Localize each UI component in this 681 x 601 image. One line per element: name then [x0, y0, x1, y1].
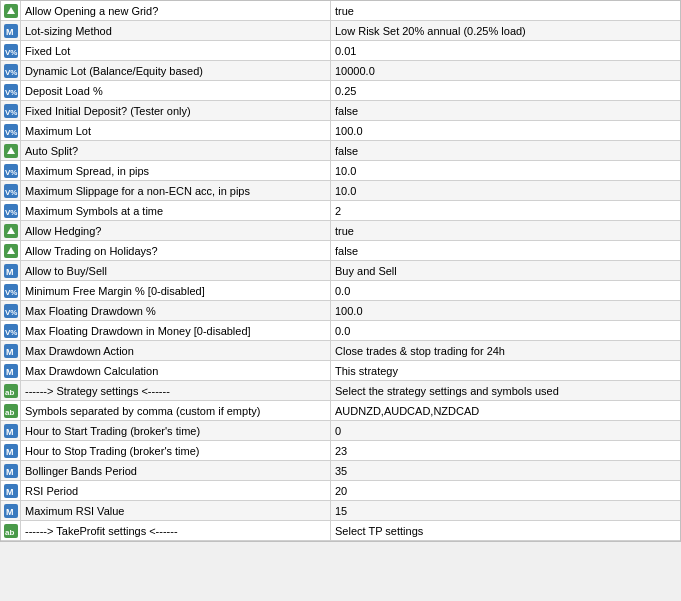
table-row: M Lot-sizing Method Low Risk Set 20% ann…: [1, 21, 680, 41]
row-value: true: [331, 221, 680, 240]
table-row: M Bollinger Bands Period 35: [1, 461, 680, 481]
svg-text:M: M: [6, 367, 14, 377]
row-icon: ab: [1, 521, 21, 540]
row-icon: V%: [1, 41, 21, 60]
table-row: V% Dynamic Lot (Balance/Equity based) 10…: [1, 61, 680, 81]
table-row: V% Fixed Initial Deposit? (Tester only) …: [1, 101, 680, 121]
table-row: Auto Split? false: [1, 141, 680, 161]
row-value: AUDNZD,AUDCAD,NZDCAD: [331, 401, 680, 420]
row-icon: M: [1, 441, 21, 460]
row-icon: M: [1, 461, 21, 480]
row-label: Hour to Start Trading (broker's time): [21, 421, 331, 440]
row-label: Maximum Slippage for a non-ECN acc, in p…: [21, 181, 331, 200]
row-icon: ab: [1, 381, 21, 400]
row-icon: V%: [1, 301, 21, 320]
row-value: 23: [331, 441, 680, 460]
row-label: Allow Trading on Holidays?: [21, 241, 331, 260]
row-label: Maximum Lot: [21, 121, 331, 140]
table-row: M Allow to Buy/Sell Buy and Sell: [1, 261, 680, 281]
row-value: 0.0: [331, 321, 680, 340]
row-label: Auto Split?: [21, 141, 331, 160]
svg-text:M: M: [6, 467, 14, 477]
row-label: ------> TakeProfit settings <------: [21, 521, 331, 540]
row-value: 0.25: [331, 81, 680, 100]
row-label: Fixed Lot: [21, 41, 331, 60]
table-row: ab ------> TakeProfit settings <------ S…: [1, 521, 680, 541]
table-row: M RSI Period 20: [1, 481, 680, 501]
row-label: Maximum Spread, in pips: [21, 161, 331, 180]
table-row: M Hour to Stop Trading (broker's time) 2…: [1, 441, 680, 461]
row-value: 2: [331, 201, 680, 220]
table-row: Allow Opening a new Grid? true: [1, 1, 680, 21]
row-icon: ab: [1, 401, 21, 420]
row-icon: M: [1, 261, 21, 280]
svg-text:ab: ab: [5, 408, 14, 417]
row-label: Max Drawdown Calculation: [21, 361, 331, 380]
row-label: Hour to Stop Trading (broker's time): [21, 441, 331, 460]
svg-text:V%: V%: [5, 48, 17, 57]
table-row: ab ------> Strategy settings <------ Sel…: [1, 381, 680, 401]
row-icon: [1, 1, 21, 20]
row-label: Allow to Buy/Sell: [21, 261, 331, 280]
row-value: false: [331, 241, 680, 260]
svg-text:V%: V%: [5, 128, 17, 137]
table-row: V% Max Floating Drawdown in Money [0-dis…: [1, 321, 680, 341]
row-label: Bollinger Bands Period: [21, 461, 331, 480]
row-icon: V%: [1, 81, 21, 100]
row-label: Lot-sizing Method: [21, 21, 331, 40]
row-label: Max Drawdown Action: [21, 341, 331, 360]
row-label: RSI Period: [21, 481, 331, 500]
row-icon: V%: [1, 61, 21, 80]
table-row: Allow Trading on Holidays? false: [1, 241, 680, 261]
row-icon: M: [1, 501, 21, 520]
row-icon: M: [1, 21, 21, 40]
row-label: Allow Opening a new Grid?: [21, 1, 331, 20]
row-icon: M: [1, 481, 21, 500]
row-label: Deposit Load %: [21, 81, 331, 100]
row-icon: M: [1, 341, 21, 360]
row-icon: M: [1, 421, 21, 440]
row-value: false: [331, 141, 680, 160]
table-row: M Maximum RSI Value 15: [1, 501, 680, 521]
row-icon: V%: [1, 101, 21, 120]
svg-text:M: M: [6, 347, 14, 357]
table-row: V% Maximum Spread, in pips 10.0: [1, 161, 680, 181]
table-row: V% Maximum Lot 100.0: [1, 121, 680, 141]
svg-text:V%: V%: [5, 288, 17, 297]
table-row: V% Maximum Slippage for a non-ECN acc, i…: [1, 181, 680, 201]
row-icon: V%: [1, 161, 21, 180]
row-value: 0: [331, 421, 680, 440]
row-icon: [1, 141, 21, 160]
svg-text:V%: V%: [5, 68, 17, 77]
svg-text:M: M: [6, 447, 14, 457]
svg-text:V%: V%: [5, 108, 17, 117]
svg-text:V%: V%: [5, 188, 17, 197]
svg-text:M: M: [6, 427, 14, 437]
row-label: Maximum RSI Value: [21, 501, 331, 520]
table-row: M Hour to Start Trading (broker's time) …: [1, 421, 680, 441]
row-value: 100.0: [331, 121, 680, 140]
row-value: 35: [331, 461, 680, 480]
row-label: Dynamic Lot (Balance/Equity based): [21, 61, 331, 80]
row-icon: M: [1, 361, 21, 380]
table-row: V% Deposit Load % 0.25: [1, 81, 680, 101]
svg-text:V%: V%: [5, 328, 17, 337]
row-icon: [1, 221, 21, 240]
table-row: M Max Drawdown Calculation This strategy: [1, 361, 680, 381]
row-label: ------> Strategy settings <------: [21, 381, 331, 400]
svg-text:V%: V%: [5, 208, 17, 217]
row-icon: V%: [1, 281, 21, 300]
svg-text:V%: V%: [5, 308, 17, 317]
row-label: Minimum Free Margin % [0-disabled]: [21, 281, 331, 300]
row-value: 0.01: [331, 41, 680, 60]
row-value: 100.0: [331, 301, 680, 320]
row-icon: V%: [1, 321, 21, 340]
svg-text:M: M: [6, 487, 14, 497]
table-row: V% Fixed Lot 0.01: [1, 41, 680, 61]
row-label: Maximum Symbols at a time: [21, 201, 331, 220]
row-icon: V%: [1, 201, 21, 220]
svg-text:M: M: [6, 27, 14, 37]
svg-text:M: M: [6, 507, 14, 517]
table-row: V% Max Floating Drawdown % 100.0: [1, 301, 680, 321]
row-value: 15: [331, 501, 680, 520]
